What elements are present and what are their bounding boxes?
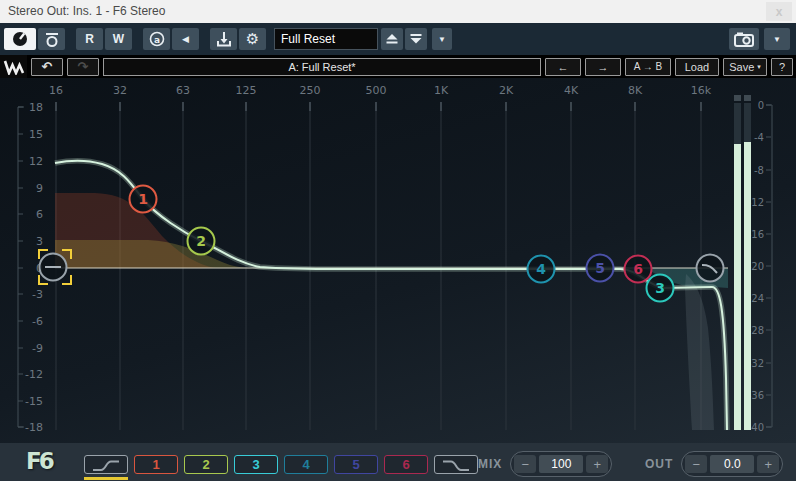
db-label: -12 (25, 368, 43, 381)
mix-stepper: − 100 + (510, 451, 612, 477)
bottom-bar: F6 123456 MIX − 100 + OUT − 0.0 + (0, 443, 796, 481)
out-stepper: − 0.0 + (681, 451, 783, 477)
camera-icon (733, 31, 755, 48)
db-label: 12 (29, 155, 43, 168)
out-minus-button[interactable]: − (685, 455, 707, 473)
switch-back-button[interactable]: ◀ (172, 28, 199, 50)
band-button-5[interactable]: 5 (334, 455, 378, 474)
meter-bar (744, 142, 751, 430)
read-automation-button[interactable]: R (76, 28, 103, 50)
db-label: -6 (32, 315, 43, 328)
freq-label: 16 (49, 84, 63, 97)
db-label: -18 (25, 421, 43, 434)
meter-bar-unlit (744, 103, 751, 142)
out-plus-button[interactable]: + (757, 455, 779, 473)
mix-value[interactable]: 100 (539, 455, 583, 473)
eq-display: 1632631252505001K2K4K8K16k1815129630-3-6… (0, 78, 796, 443)
settings-button[interactable]: ⚙ (239, 28, 266, 50)
activate-button[interactable] (4, 28, 36, 50)
save-label: Save (729, 61, 754, 73)
meter-label: -8 (754, 165, 764, 176)
next-preset-button[interactable] (405, 28, 427, 50)
band-button-label: 3 (252, 457, 259, 472)
preset-dropdown-button[interactable]: ▼ (432, 28, 452, 50)
db-label: 6 (36, 208, 43, 221)
band-button-label: 1 (152, 457, 159, 472)
preset-a-icon: a (149, 31, 165, 47)
preset-name-field[interactable]: Full Reset (274, 28, 378, 50)
db-scale-bracket (18, 107, 24, 427)
band-button-label: 4 (302, 457, 309, 472)
filter-button-low-pass[interactable] (434, 455, 478, 474)
arrow-left-icon: ← (558, 61, 569, 73)
band-button-label: 6 (402, 457, 409, 472)
snapshot-button[interactable] (729, 28, 759, 50)
out-value[interactable]: 0.0 (710, 455, 754, 473)
undo-button[interactable]: ↶ (31, 58, 63, 76)
help-button[interactable]: ? (771, 58, 793, 76)
band-5-number: 5 (595, 260, 605, 276)
next-preset-button[interactable]: → (585, 58, 621, 76)
mix-minus-button[interactable]: − (514, 455, 536, 473)
ab-compare-button[interactable]: A → B (625, 58, 671, 76)
band-button-1[interactable]: 1 (134, 455, 178, 474)
db-label: -9 (32, 342, 43, 355)
highcut-fill (685, 274, 714, 430)
preset-display[interactable]: A: Full Reset* (103, 58, 541, 76)
close-button[interactable]: x (766, 2, 792, 21)
waves-logo (0, 55, 27, 78)
mix-label: MIX (478, 457, 502, 471)
band-6-number: 6 (633, 261, 643, 277)
db-label: -15 (25, 395, 43, 408)
gear-icon: ⚙ (246, 30, 259, 48)
mix-plus-button[interactable]: + (586, 455, 608, 473)
band-4-number: 4 (536, 261, 546, 277)
meter-bar-unlit (734, 103, 741, 144)
band-2-number: 2 (196, 233, 206, 249)
meter-clip-indicator (734, 95, 741, 101)
eq-graph[interactable]: 1632631252505001K2K4K8K16k1815129630-3-6… (0, 78, 796, 443)
prev-preset-button[interactable]: ← (545, 58, 581, 76)
high-cut-handle[interactable] (697, 255, 724, 282)
previous-preset-button[interactable] (381, 28, 403, 50)
f6-logo: F6 (26, 448, 52, 474)
filter-button-high-pass[interactable] (84, 455, 128, 474)
band-button-2[interactable]: 2 (184, 455, 228, 474)
freq-label: 1K (434, 84, 449, 97)
selected-band-underline (84, 477, 128, 480)
sidechain-routing-icon (214, 30, 234, 48)
band-button-label: 2 (202, 457, 209, 472)
mix-control: MIX − 100 + (478, 451, 612, 477)
wavesystem-bar: ↶ ↷ A: Full Reset* ← → A → B Load Save ▾… (0, 55, 796, 78)
routing-button[interactable] (210, 28, 237, 50)
load-button[interactable]: Load (675, 58, 719, 76)
meter-bar (734, 144, 741, 430)
window-dropdown-button[interactable]: ▼ (764, 28, 790, 50)
band-button-3[interactable]: 3 (234, 455, 278, 474)
chevron-down-icon: ▼ (773, 35, 781, 44)
window-title: Stereo Out: Ins. 1 - F6 Stereo (8, 4, 165, 18)
chevron-down-icon: ▼ (438, 35, 446, 44)
plugin-window: Stereo Out: Ins. 1 - F6 Stereo x R W a ◀… (0, 0, 796, 481)
plugin-toolbar: R W a ◀ ⚙ Full Reset ▼ ▼ (0, 23, 796, 55)
freq-label: 63 (176, 84, 190, 97)
save-button[interactable]: Save ▾ (723, 58, 767, 76)
db-label: 9 (36, 182, 43, 195)
title-bar: Stereo Out: Ins. 1 - F6 Stereo x (0, 0, 796, 23)
undo-icon: ↶ (42, 59, 53, 74)
band-button-6[interactable]: 6 (384, 455, 428, 474)
write-automation-button[interactable]: W (105, 28, 132, 50)
redo-button[interactable]: ↷ (67, 58, 99, 76)
high-pass-icon (89, 457, 123, 473)
db-label: -3 (32, 288, 43, 301)
power-icon (11, 30, 29, 48)
db-label: 18 (29, 101, 43, 114)
band-selector-row: 123456 (84, 455, 478, 474)
automation-a-button[interactable]: a (143, 28, 170, 50)
meter-label: 0 (758, 100, 764, 111)
meter-clip-indicator (744, 95, 751, 101)
freq-label: 4K (564, 84, 579, 97)
bypass-button[interactable] (38, 28, 65, 50)
band-button-4[interactable]: 4 (284, 455, 328, 474)
freq-label: 500 (366, 84, 387, 97)
